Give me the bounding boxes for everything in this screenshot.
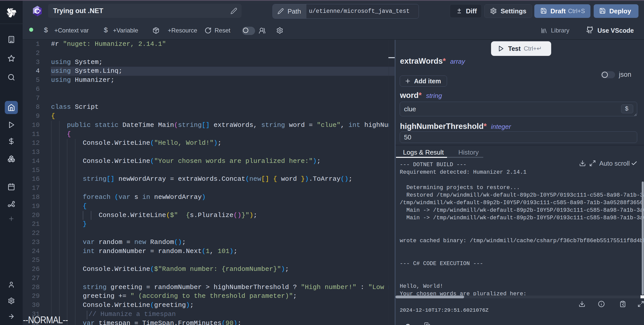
svg-text:#: # (39, 9, 41, 13)
